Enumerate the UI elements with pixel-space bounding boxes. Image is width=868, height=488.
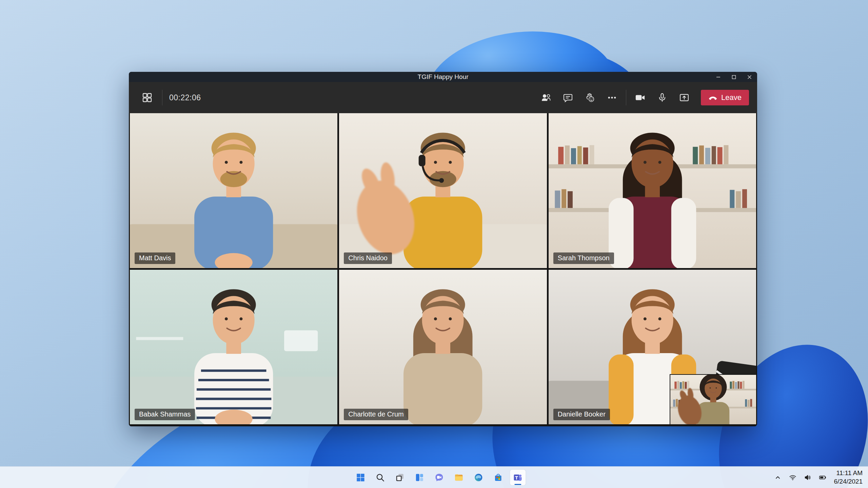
wifi-icon xyxy=(789,474,796,481)
file-explorer-icon xyxy=(454,473,463,482)
participant-name: Sarah Thompson xyxy=(558,254,610,262)
participant-name: Danielle Booker xyxy=(558,410,606,418)
taskbar-search-button[interactable] xyxy=(372,470,388,485)
microphone-icon xyxy=(657,93,667,103)
participant-video xyxy=(339,113,547,268)
participant-tile[interactable]: Matt Davis xyxy=(130,113,337,268)
camera-button[interactable] xyxy=(632,89,648,106)
participant-name-label: Matt Davis xyxy=(135,252,175,264)
leave-button-label: Leave xyxy=(721,93,742,102)
participant-video xyxy=(549,113,756,268)
share-screen-button[interactable] xyxy=(676,89,692,106)
more-options-icon xyxy=(607,93,617,103)
window-titlebar[interactable]: TGIF Happy Hour xyxy=(129,72,757,82)
task-view-icon xyxy=(395,473,405,482)
participants-button[interactable] xyxy=(538,89,554,106)
close-button[interactable] xyxy=(742,72,757,82)
microsoft-store-icon xyxy=(493,473,503,482)
participant-name: Babak Shammas xyxy=(139,410,191,418)
participant-tile[interactable]: Chris Naidoo xyxy=(339,113,547,268)
system-tray: 11:11 AM 6/24/2021 xyxy=(772,467,865,488)
hidden-icons-button[interactable] xyxy=(772,472,784,483)
minimize-button[interactable] xyxy=(710,72,726,82)
leave-button[interactable]: Leave xyxy=(701,90,749,105)
volume-button[interactable] xyxy=(802,472,813,483)
participant-name: Charlotte de Crum xyxy=(348,410,403,418)
meeting-toolbar: 00:22:06 xyxy=(129,82,757,113)
maximize-button[interactable] xyxy=(726,72,742,82)
hang-up-icon xyxy=(708,93,717,102)
gallery-grid-icon xyxy=(142,92,153,103)
participant-name-label: Babak Shammas xyxy=(135,409,195,420)
widgets-icon xyxy=(415,473,424,482)
taskbar-edge-button[interactable] xyxy=(471,470,486,485)
taskbar-teams-button[interactable] xyxy=(510,470,526,485)
taskbar-store-button[interactable] xyxy=(490,470,506,485)
taskbar-icons xyxy=(353,467,526,488)
clock[interactable]: 11:11 AM 6/24/2021 xyxy=(832,469,865,486)
maximize-icon xyxy=(731,75,736,80)
wifi-button[interactable] xyxy=(787,472,798,483)
taskbar-taskview-button[interactable] xyxy=(392,470,408,485)
participant-tile[interactable]: Charlotte de Crum xyxy=(339,270,547,425)
volume-icon xyxy=(804,474,811,481)
minimize-icon xyxy=(716,75,721,80)
microphone-button[interactable] xyxy=(654,89,670,106)
clock-time: 11:11 AM xyxy=(834,469,863,477)
chat-icon xyxy=(563,93,573,103)
participant-name-label: Sarah Thompson xyxy=(553,252,614,264)
close-icon xyxy=(747,75,752,80)
search-icon xyxy=(375,473,385,482)
battery-icon xyxy=(819,474,826,481)
windows-taskbar: 11:11 AM 6/24/2021 xyxy=(0,466,868,488)
meeting-timer: 00:22:06 xyxy=(169,93,201,102)
chevron-up-icon xyxy=(775,475,781,480)
self-view-pip[interactable] xyxy=(670,374,756,424)
video-stage: Matt Davis xyxy=(129,113,757,426)
participant-video xyxy=(339,270,547,425)
participant-name-label: Chris Naidoo xyxy=(344,252,392,264)
taskbar-start-button[interactable] xyxy=(353,470,368,485)
participant-tile[interactable]: Sarah Thompson xyxy=(549,113,756,268)
more-options-button[interactable] xyxy=(604,89,620,106)
microsoft-edge-icon xyxy=(474,473,483,482)
taskbar-widgets-button[interactable] xyxy=(412,470,427,485)
participant-video xyxy=(670,375,756,424)
windows-start-icon xyxy=(356,473,365,482)
participants-icon xyxy=(541,93,551,103)
share-screen-icon xyxy=(679,93,689,103)
gallery-view-button[interactable] xyxy=(139,89,155,106)
toolbar-divider xyxy=(626,90,626,105)
taskbar-explorer-button[interactable] xyxy=(451,470,467,485)
teams-meeting-window: TGIF Happy Hour 00:22:06 xyxy=(129,72,757,426)
reactions-icon xyxy=(585,93,595,103)
camera-icon xyxy=(635,93,645,103)
reactions-button[interactable] xyxy=(582,89,598,106)
participant-name: Matt Davis xyxy=(139,254,171,262)
battery-button[interactable] xyxy=(817,472,828,483)
taskbar-chat-button[interactable] xyxy=(431,470,447,485)
participant-name: Chris Naidoo xyxy=(348,254,388,262)
toolbar-divider xyxy=(162,90,162,105)
participant-video xyxy=(130,270,337,425)
teams-chat-icon xyxy=(434,473,444,482)
participant-tile[interactable]: Babak Shammas xyxy=(130,270,337,425)
video-grid: Matt Davis xyxy=(130,113,756,424)
participant-name-label: Danielle Booker xyxy=(553,409,610,420)
window-title: TGIF Happy Hour xyxy=(129,73,757,81)
clock-date: 6/24/2021 xyxy=(834,477,863,486)
participant-name-label: Charlotte de Crum xyxy=(344,409,408,420)
participant-video xyxy=(130,113,337,268)
chat-button[interactable] xyxy=(560,89,576,106)
microsoft-teams-icon xyxy=(513,473,522,482)
